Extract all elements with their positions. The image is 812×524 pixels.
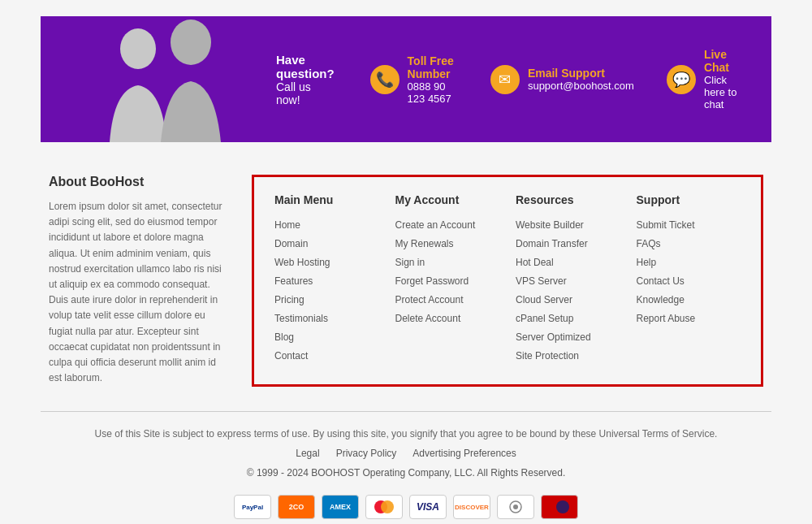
list-item: Testimonials xyxy=(274,312,379,324)
footer-bottom: Use of this Site is subject to express t… xyxy=(0,412,812,524)
list-item: Protect Account xyxy=(395,293,500,305)
menu-link-domain-transfer[interactable]: Domain Transfer xyxy=(516,238,588,249)
menu-grid: Main Menu Home Domain Web Hosting Featur… xyxy=(274,193,741,368)
main-content: About BooHost Lorem ipsum dolor sit amet… xyxy=(41,175,771,387)
paypal-icon: PayPal xyxy=(234,495,271,519)
my-account-title: My Account xyxy=(395,193,500,206)
phone-label: Toll Free Number xyxy=(408,54,458,80)
list-item: Blog xyxy=(274,331,379,343)
resources-list: Website Builder Domain Transfer Hot Deal… xyxy=(516,219,620,362)
menu-link-contact[interactable]: Contact xyxy=(274,350,308,362)
menu-link-features[interactable]: Features xyxy=(274,275,313,287)
list-item: Home xyxy=(274,219,379,231)
chat-contact[interactable]: 💬 Live Chat Click here to chat xyxy=(667,48,747,110)
list-item: Features xyxy=(274,275,379,287)
menu-link-cloud-server[interactable]: Cloud Server xyxy=(516,294,572,305)
phone-value: 0888 90 123 4567 xyxy=(408,80,458,105)
twoco-icon: 2CO xyxy=(278,495,315,519)
menu-link-faqs[interactable]: FAQs xyxy=(637,238,661,249)
list-item: Site Protection xyxy=(516,349,620,362)
resources-col: Resources Website Builder Domain Transfe… xyxy=(516,193,620,368)
svg-point-3 xyxy=(381,500,394,513)
menu-link-contact-us[interactable]: Contact Us xyxy=(637,275,685,287)
list-item: Website Builder xyxy=(516,219,620,231)
banner-question-sub: Call us now! xyxy=(276,80,338,106)
list-item: My Renewals xyxy=(395,237,500,249)
menu-link-blog[interactable]: Blog xyxy=(274,331,294,343)
menu-link-server-optimized[interactable]: Server Optimized xyxy=(516,331,591,343)
footer-link-privacy[interactable]: Privacy Policy xyxy=(336,448,397,459)
list-item: Submit Ticket xyxy=(637,219,741,231)
payment-icons: PayPal 2CO AMEX VISA DISCOVER xyxy=(8,495,804,519)
cbpay-icon xyxy=(497,495,534,519)
list-item: Forget Password xyxy=(395,275,500,287)
support-list: Submit Ticket FAQs Help Contact Us Knowl… xyxy=(637,219,741,324)
chat-icon: 💬 xyxy=(667,65,696,94)
list-item: Server Optimized xyxy=(516,331,620,343)
menu-link-renewals[interactable]: My Renewals xyxy=(395,238,454,249)
menu-link-vps-server[interactable]: VPS Server xyxy=(516,275,567,287)
visa-icon: VISA xyxy=(409,495,447,519)
menu-link-website-builder[interactable]: Website Builder xyxy=(516,219,584,231)
list-item: Web Hosting xyxy=(274,256,379,268)
support-col: Support Submit Ticket FAQs Help Contact … xyxy=(637,193,741,368)
menu-link-domain[interactable]: Domain xyxy=(274,238,308,249)
list-item: Delete Account xyxy=(395,312,500,324)
email-icon: ✉ xyxy=(490,65,520,94)
email-value: support@boohost.com xyxy=(528,80,634,92)
list-item: Report Abuse xyxy=(637,312,741,324)
list-item: cPanel Setup xyxy=(516,312,620,324)
footer-link-legal[interactable]: Legal xyxy=(296,448,319,459)
menu-link-forgot-password[interactable]: Forget Password xyxy=(395,275,469,287)
menu-link-create-account[interactable]: Create an Account xyxy=(395,219,476,231)
menu-link-home[interactable]: Home xyxy=(274,219,300,231)
banner-question: Have question? Call us now! xyxy=(276,53,338,106)
list-item: FAQs xyxy=(637,237,741,249)
maestro-icon xyxy=(541,495,578,519)
menu-link-delete-account[interactable]: Delete Account xyxy=(395,313,461,324)
about-section: About BooHost Lorem ipsum dolor sit amet… xyxy=(49,175,227,387)
main-menu-title: Main Menu xyxy=(274,193,379,206)
list-item: Hot Deal xyxy=(516,256,620,268)
list-item: Sign in xyxy=(395,256,500,268)
menu-link-testimonials[interactable]: Testimonials xyxy=(274,313,328,324)
menu-link-knowledge[interactable]: Knowledge xyxy=(637,294,685,305)
mastercard-icon xyxy=(365,495,403,519)
menu-link-pricing[interactable]: Pricing xyxy=(274,294,304,305)
list-item: Help xyxy=(637,256,741,268)
menu-link-protect-account[interactable]: Protect Account xyxy=(395,294,464,305)
menu-link-submit-ticket[interactable]: Submit Ticket xyxy=(637,219,695,231)
list-item: Contact xyxy=(274,349,379,362)
email-contact: ✉ Email Support support@boohost.com xyxy=(490,65,634,94)
main-menu-list: Home Domain Web Hosting Features Pricing… xyxy=(274,219,379,362)
chat-label: Live Chat xyxy=(704,48,747,74)
menu-link-web-hosting[interactable]: Web Hosting xyxy=(274,257,330,268)
menu-link-help[interactable]: Help xyxy=(637,257,657,268)
menu-link-cpanel-setup[interactable]: cPanel Setup xyxy=(516,313,573,324)
menu-link-report-abuse[interactable]: Report Abuse xyxy=(637,313,696,324)
chat-value: Click here to chat xyxy=(704,74,747,110)
discover-icon: DISCOVER xyxy=(453,495,490,519)
list-item: Domain Transfer xyxy=(516,237,620,249)
about-title: About BooHost xyxy=(49,175,227,189)
banner-question-main: Have question? xyxy=(276,53,338,80)
my-account-col: My Account Create an Account My Renewals… xyxy=(395,193,500,368)
tos-text: Use of this Site is subject to express t… xyxy=(8,428,804,440)
support-title: Support xyxy=(637,193,741,206)
phone-icon: 📞 xyxy=(370,65,400,94)
support-banner: Have question? Call us now! 📞 Toll Free … xyxy=(41,16,771,142)
list-item: Domain xyxy=(274,237,379,249)
amex-icon: AMEX xyxy=(322,495,359,519)
svg-point-0 xyxy=(120,28,156,69)
my-account-list: Create an Account My Renewals Sign in Fo… xyxy=(395,219,500,324)
list-item: Create an Account xyxy=(395,219,500,231)
phone-contact: 📞 Toll Free Number 0888 90 123 4567 xyxy=(370,54,458,105)
menu-link-site-protection[interactable]: Site Protection xyxy=(516,350,579,362)
menu-link-signin[interactable]: Sign in xyxy=(395,257,425,268)
footer-menu-box: Main Menu Home Domain Web Hosting Featur… xyxy=(252,175,763,387)
list-item: Knowledge xyxy=(637,293,741,305)
list-item: Pricing xyxy=(274,293,379,305)
menu-link-hot-deal[interactable]: Hot Deal xyxy=(516,257,554,268)
about-text: Lorem ipsum dolor sit amet, consectetur … xyxy=(49,199,227,386)
footer-link-advertising[interactable]: Advertising Preferences xyxy=(412,448,516,459)
